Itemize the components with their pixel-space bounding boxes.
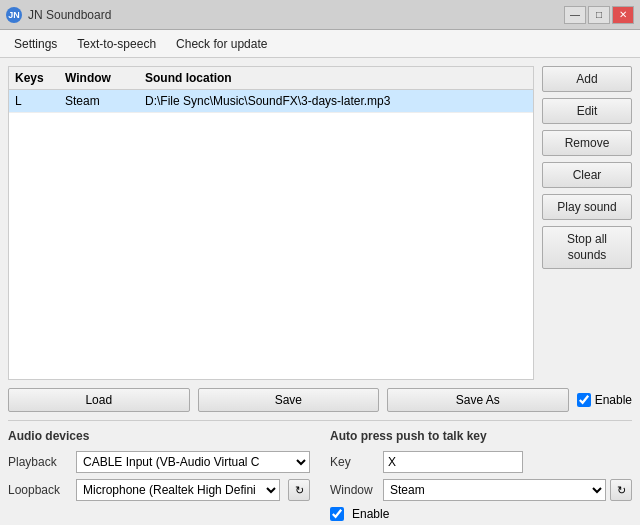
playback-row: Playback CABLE Input (VB-Audio Virtual C… bbox=[8, 451, 310, 473]
enable-label: Enable bbox=[595, 393, 632, 407]
auto-window-label: Window bbox=[330, 483, 375, 497]
playback-select[interactable]: CABLE Input (VB-Audio Virtual C Default … bbox=[76, 451, 310, 473]
auto-press-enable-checkbox[interactable] bbox=[330, 507, 344, 521]
maximize-button[interactable]: □ bbox=[588, 6, 610, 24]
loopback-row: Loopback Microphone (Realtek High Defini… bbox=[8, 479, 310, 501]
bottom-buttons: Load Save Save As Enable bbox=[0, 388, 640, 420]
title-controls: — □ ✕ bbox=[564, 6, 634, 24]
audio-section: Audio devices Playback CABLE Input (VB-A… bbox=[0, 421, 640, 525]
menu-bar: Settings Text-to-speech Check for update bbox=[0, 30, 640, 58]
row-location: D:\File Sync\Music\SoundFX\3-days-later.… bbox=[143, 93, 529, 109]
key-input[interactable] bbox=[383, 451, 523, 473]
enable-row: Enable bbox=[577, 393, 632, 407]
button-panel: Add Edit Remove Clear Play sound Stop al… bbox=[542, 66, 632, 380]
menu-text-to-speech[interactable]: Text-to-speech bbox=[67, 33, 166, 55]
col-location: Sound location bbox=[143, 70, 529, 86]
enable-checkbox[interactable] bbox=[577, 393, 591, 407]
save-as-button[interactable]: Save As bbox=[387, 388, 569, 412]
key-label: Key bbox=[330, 455, 375, 469]
table-row[interactable]: L Steam D:\File Sync\Music\SoundFX\3-day… bbox=[9, 90, 533, 113]
auto-press-enable-label: Enable bbox=[352, 507, 389, 521]
menu-check-for-update[interactable]: Check for update bbox=[166, 33, 277, 55]
title-bar-left: JN JN Soundboard bbox=[6, 7, 111, 23]
table-header: Keys Window Sound location bbox=[9, 67, 533, 90]
col-window: Window bbox=[63, 70, 143, 86]
close-button[interactable]: ✕ bbox=[612, 6, 634, 24]
minimize-button[interactable]: — bbox=[564, 6, 586, 24]
auto-press-panel: Auto press push to talk key Key Window S… bbox=[330, 429, 632, 525]
audio-devices-title: Audio devices bbox=[8, 429, 310, 443]
stop-all-sounds-button[interactable]: Stop all sounds bbox=[542, 226, 632, 269]
sound-table: Keys Window Sound location L Steam D:\Fi… bbox=[8, 66, 534, 380]
loopback-refresh-button[interactable]: ↻ bbox=[288, 479, 310, 501]
remove-button[interactable]: Remove bbox=[542, 130, 632, 156]
loopback-label: Loopback bbox=[8, 483, 68, 497]
auto-window-refresh-button[interactable]: ↻ bbox=[610, 479, 632, 501]
main-content: Keys Window Sound location L Steam D:\Fi… bbox=[0, 58, 640, 388]
row-window: Steam bbox=[63, 93, 143, 109]
auto-window-row: Window Steam Discord TeamSpeak ↻ bbox=[330, 479, 632, 501]
title-bar: JN JN Soundboard — □ ✕ bbox=[0, 0, 640, 30]
edit-button[interactable]: Edit bbox=[542, 98, 632, 124]
col-keys: Keys bbox=[13, 70, 63, 86]
loopback-select[interactable]: Microphone (Realtek High Defini Default … bbox=[76, 479, 280, 501]
load-button[interactable]: Load bbox=[8, 388, 190, 412]
auto-enable-row: Enable bbox=[330, 507, 632, 521]
key-row: Key bbox=[330, 451, 632, 473]
row-key: L bbox=[13, 93, 63, 109]
auto-window-select[interactable]: Steam Discord TeamSpeak bbox=[383, 479, 606, 501]
audio-devices-panel: Audio devices Playback CABLE Input (VB-A… bbox=[8, 429, 310, 525]
clear-button[interactable]: Clear bbox=[542, 162, 632, 188]
play-sound-button[interactable]: Play sound bbox=[542, 194, 632, 220]
add-button[interactable]: Add bbox=[542, 66, 632, 92]
menu-settings[interactable]: Settings bbox=[4, 33, 67, 55]
save-button[interactable]: Save bbox=[198, 388, 380, 412]
auto-press-title: Auto press push to talk key bbox=[330, 429, 632, 443]
playback-label: Playback bbox=[8, 455, 68, 469]
window-title: JN Soundboard bbox=[28, 8, 111, 22]
app-icon: JN bbox=[6, 7, 22, 23]
